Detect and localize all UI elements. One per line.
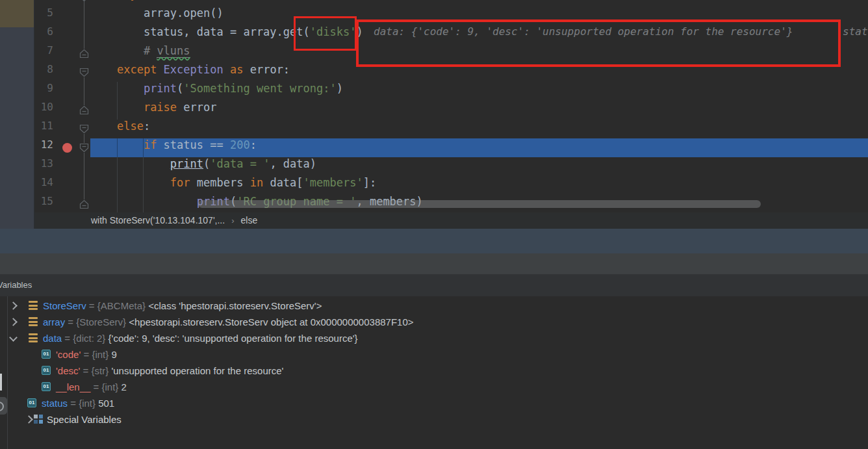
code-line[interactable]: # vluns (90, 44, 190, 63)
code-token: for (170, 176, 197, 189)
code-token: print (170, 157, 203, 170)
debugger-toolbar (0, 253, 868, 275)
code-token: 'Something went wrong:' (183, 82, 336, 95)
gutter-line-number[interactable]: 11 (34, 120, 53, 138)
gutter-line-number[interactable]: 8 (34, 63, 53, 82)
fold-end-icon[interactable] (79, 199, 89, 209)
equals-sign: = (68, 398, 79, 409)
fold-start-icon[interactable] (79, 124, 89, 134)
code-line[interactable]: except Exception as error: (90, 63, 290, 82)
fold-end-icon[interactable] (79, 105, 89, 115)
indent (90, 6, 144, 19)
gutter-line-number[interactable]: 10 (34, 101, 53, 120)
variable-row[interactable]: StoreServ = {ABCMeta} <class 'hpestorapi… (0, 298, 868, 314)
fold-start-icon[interactable] (79, 143, 89, 153)
gutter-line-number[interactable]: 12 (34, 138, 53, 157)
code-token: 200 (230, 138, 250, 151)
variable-text: data = {dict: 2} {'code': 9, 'desc': 'un… (43, 330, 358, 346)
equals-sign: = (90, 381, 101, 392)
fold-start-icon[interactable] (79, 68, 89, 77)
variable-type: {int} (92, 349, 108, 360)
code-line[interactable]: print('data = ', data) (90, 157, 316, 176)
variable-name: __len__ (56, 381, 90, 392)
code-line[interactable]: array.open() (90, 6, 223, 25)
code-token: ) (337, 82, 343, 95)
value-icon: 01 (27, 398, 36, 407)
code-line[interactable]: raise error (90, 101, 217, 120)
code-token: as (230, 63, 250, 76)
variable-text: 'code' = {int} 9 (56, 346, 117, 363)
code-line[interactable]: for members in data['members']: (90, 176, 376, 195)
code-token: array.open() (144, 6, 223, 19)
variable-row[interactable]: Special Variables (0, 411, 868, 428)
gutter-line-number[interactable]: 13 (34, 157, 53, 176)
variable-name: status (42, 398, 68, 409)
breadcrumb-item-with[interactable]: with StoreServ('10.13.104.107',... (88, 212, 227, 229)
indent (90, 195, 197, 208)
variable-text: Special Variables (47, 411, 121, 428)
inline-debugger-hint-right: status (843, 25, 868, 44)
code-token: data[ (270, 176, 303, 189)
variables-tree[interactable]: StoreServ = {ABCMeta} <class 'hpestorapi… (0, 296, 868, 449)
variable-type: {int} (102, 381, 119, 392)
variable-row[interactable]: array = {StoreServ} <hpestorapi.storeser… (0, 314, 868, 330)
edge-cut-tab-icon[interactable] (0, 397, 7, 415)
object-icon (29, 301, 38, 310)
fold-end-icon[interactable] (79, 49, 89, 58)
breadcrumb-separator: › (227, 216, 238, 225)
code-token: status == (164, 138, 230, 151)
code-line[interactable]: try: (90, 0, 144, 6)
breakpoint-dot[interactable] (62, 143, 72, 153)
code-token: print (144, 82, 177, 95)
fold-start-icon[interactable] (79, 0, 89, 2)
code-line[interactable]: else: (90, 120, 150, 138)
code-token: ( (203, 157, 210, 170)
variable-value: 2 (118, 381, 127, 392)
fold-range-line (84, 77, 84, 105)
equals-sign: = (80, 365, 91, 376)
horizontal-scrollbar-thumb[interactable] (198, 200, 761, 208)
chevron-right-icon[interactable] (9, 301, 18, 310)
variables-panel-header: Variables (0, 274, 868, 297)
code-token: try: (117, 0, 144, 1)
gutter-line-number[interactable]: 6 (34, 25, 53, 44)
equals-sign: = (86, 300, 97, 311)
indent (90, 63, 117, 76)
breadcrumb: with StoreServ('10.13.104.107',...›else (34, 212, 868, 229)
code-line[interactable]: if status == 200: (90, 138, 257, 157)
variable-type: {dict: 2} (73, 333, 105, 344)
gutter-line-number[interactable]: 9 (34, 82, 53, 101)
variable-type: {int} (79, 398, 96, 409)
variable-row[interactable]: 01status = {int} 501 (0, 395, 868, 411)
code-editor[interactable]: data: {'code': 9, 'desc': 'unsupported o… (0, 0, 868, 212)
chevron-right-icon[interactable] (9, 318, 18, 326)
code-line[interactable]: print('Something went wrong:') (90, 82, 343, 101)
indent (90, 82, 144, 95)
gutter-line-number[interactable]: 5 (34, 6, 53, 25)
variable-row[interactable]: 01__len__ = {int} 2 (0, 379, 868, 395)
chevron-right-icon[interactable] (25, 415, 33, 424)
code-token: vluns (157, 44, 190, 58)
splitter-band (0, 229, 868, 253)
gutter-line-number[interactable]: 14 (34, 176, 53, 195)
annotation-box-data-hint (356, 19, 841, 67)
code-token: error: (250, 63, 290, 76)
variable-row[interactable]: 01'desc' = {str} 'unsupported operation … (0, 363, 868, 379)
variable-text: status = {int} 501 (42, 395, 114, 411)
tree-left-border (7, 296, 8, 449)
variable-text: 'desc' = {str} 'unsupported operation fo… (56, 363, 283, 379)
variable-row[interactable]: data = {dict: 2} {'code': 9, 'desc': 'un… (0, 330, 868, 346)
variable-row[interactable]: 01'code' = {int} 9 (0, 346, 868, 363)
left-panel-strip (0, 0, 34, 229)
variable-value: <hpestorapi.storeserv.StoreServ object a… (126, 316, 414, 327)
variable-type: {StoreServ} (76, 316, 126, 327)
gutter-line-number[interactable]: 15 (34, 195, 53, 212)
indent (90, 176, 170, 189)
chevron-down-icon[interactable] (9, 333, 18, 342)
gutter-line-number[interactable]: 7 (34, 44, 53, 63)
edge-cut-element (0, 374, 2, 391)
variable-value: 9 (108, 349, 117, 360)
code-token: , data) (270, 157, 316, 170)
object-icon (29, 317, 38, 326)
breadcrumb-item-else[interactable]: else (238, 212, 260, 229)
